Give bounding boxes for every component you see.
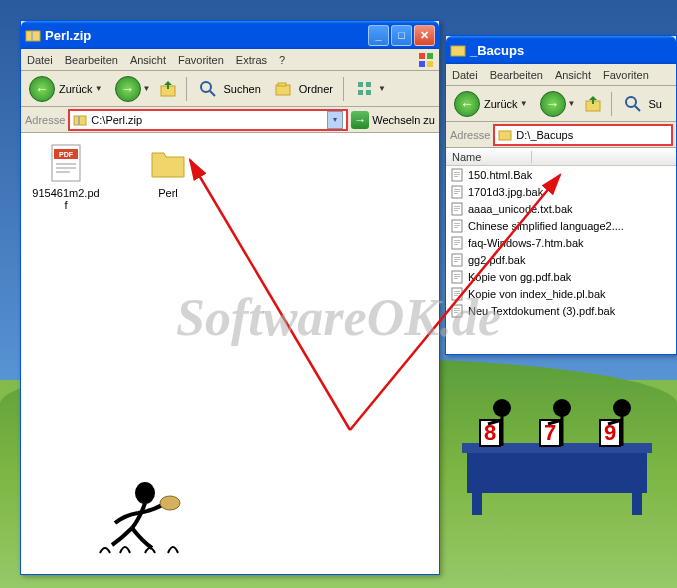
- content-pane[interactable]: Name 150.html.Bak1701d3.jpg.bakaaaa_unic…: [446, 148, 676, 354]
- up-folder-button[interactable]: [583, 93, 605, 115]
- menubar: Datei Bearbeiten Ansicht Favoriten: [446, 64, 676, 86]
- menubar: Datei Bearbeiten Ansicht Favoriten Extra…: [21, 49, 439, 71]
- address-input[interactable]: C:\Perl.zip ▾: [69, 110, 347, 130]
- menu-view[interactable]: Ansicht: [130, 54, 166, 66]
- list-item[interactable]: 150.html.Bak: [446, 166, 676, 183]
- toolbar: ← Zurück ▼ → ▼ Su: [446, 86, 676, 122]
- list-item[interactable]: Kopie von index_hide.pl.bak: [446, 285, 676, 302]
- views-button[interactable]: ▼: [350, 76, 390, 102]
- svg-rect-46: [454, 242, 460, 243]
- folders-icon: [273, 78, 295, 100]
- minimize-button[interactable]: _: [368, 25, 389, 46]
- go-arrow-icon: →: [351, 111, 369, 129]
- svg-rect-31: [454, 176, 458, 177]
- svg-rect-37: [454, 206, 460, 207]
- svg-rect-43: [454, 227, 458, 228]
- svg-rect-50: [454, 259, 460, 260]
- svg-rect-38: [454, 208, 460, 209]
- svg-rect-16: [78, 116, 80, 125]
- address-input[interactable]: D:\_Bacups: [494, 125, 672, 145]
- back-button[interactable]: ← Zurück ▼: [450, 89, 532, 119]
- svg-rect-13: [358, 90, 363, 95]
- svg-rect-63: [454, 312, 458, 313]
- svg-rect-22: [56, 171, 70, 173]
- pdf-icon: PDF: [46, 143, 86, 183]
- svg-rect-41: [454, 223, 460, 224]
- windows-logo-icon: [417, 51, 435, 69]
- address-dropdown[interactable]: ▾: [327, 111, 343, 129]
- file-item[interactable]: PDF 915461m2.pdf: [31, 143, 101, 211]
- up-folder-button[interactable]: [158, 78, 180, 100]
- toolbar: ← Zurück ▼ → ▼ Suchen Ordner ▼: [21, 71, 439, 107]
- window-title: _Bacups: [470, 43, 672, 58]
- menu-favorites[interactable]: Favoriten: [178, 54, 224, 66]
- list-item[interactable]: Neu Textdokument (3).pdf.bak: [446, 302, 676, 319]
- file-icon: [450, 185, 464, 199]
- svg-rect-29: [454, 172, 460, 173]
- content-pane[interactable]: PDF 915461m2.pdf Perl: [21, 133, 439, 574]
- window-title: Perl.zip: [45, 28, 366, 43]
- folder-icon: [450, 42, 466, 58]
- folders-button[interactable]: Ordner: [269, 76, 337, 102]
- file-name: faq-Windows-7.htm.bak: [468, 237, 584, 249]
- zipfolder-icon: [73, 113, 87, 127]
- menu-extras[interactable]: Extras: [236, 54, 267, 66]
- menu-file[interactable]: Datei: [27, 54, 53, 66]
- list-item[interactable]: aaaa_unicode.txt.bak: [446, 200, 676, 217]
- search-button[interactable]: Suchen: [193, 76, 264, 102]
- go-button[interactable]: → Wechseln zu: [351, 111, 435, 129]
- close-button[interactable]: ✕: [414, 25, 435, 46]
- file-name: Kopie von gg.pdf.bak: [468, 271, 571, 283]
- svg-rect-53: [454, 274, 460, 275]
- svg-rect-34: [454, 191, 460, 192]
- address-label: Adresse: [25, 114, 65, 126]
- svg-rect-5: [427, 61, 433, 67]
- svg-rect-51: [454, 261, 458, 262]
- svg-rect-59: [454, 295, 458, 296]
- svg-rect-61: [454, 308, 460, 309]
- svg-point-25: [626, 97, 636, 107]
- list-item[interactable]: faq-Windows-7.htm.bak: [446, 234, 676, 251]
- svg-rect-4: [419, 61, 425, 67]
- menu-help[interactable]: ?: [279, 54, 285, 66]
- svg-rect-1: [31, 31, 33, 41]
- addressbar: Adresse D:\_Bacups: [446, 122, 676, 148]
- svg-rect-47: [454, 244, 458, 245]
- zipfolder-icon: [25, 27, 41, 43]
- file-icon: [450, 253, 464, 267]
- menu-edit[interactable]: Bearbeiten: [65, 54, 118, 66]
- file-name: gg2.pdf.bak: [468, 254, 526, 266]
- svg-rect-21: [56, 167, 76, 169]
- column-header[interactable]: Name: [446, 148, 676, 166]
- titlebar[interactable]: Perl.zip _ □ ✕: [21, 21, 439, 49]
- file-item[interactable]: Perl: [133, 143, 203, 199]
- list-item[interactable]: 1701d3.jpg.bak: [446, 183, 676, 200]
- menu-favorites[interactable]: Favoriten: [603, 69, 649, 81]
- search-icon: [197, 78, 219, 100]
- svg-rect-20: [56, 163, 76, 165]
- search-button[interactable]: Su: [618, 91, 665, 117]
- svg-rect-14: [366, 90, 371, 95]
- back-button[interactable]: ← Zurück ▼: [25, 74, 107, 104]
- menu-view[interactable]: Ansicht: [555, 69, 591, 81]
- addressbar: Adresse C:\Perl.zip ▾ → Wechseln zu: [21, 107, 439, 133]
- list-item[interactable]: Chinese simplified language2....: [446, 217, 676, 234]
- svg-rect-30: [454, 174, 460, 175]
- titlebar[interactable]: _Bacups: [446, 36, 676, 64]
- chevron-down-icon: ▼: [520, 99, 528, 108]
- menu-file[interactable]: Datei: [452, 69, 478, 81]
- views-icon: [354, 78, 376, 100]
- menu-edit[interactable]: Bearbeiten: [490, 69, 543, 81]
- forward-button[interactable]: → ▼: [536, 89, 580, 119]
- file-icon: [450, 270, 464, 284]
- file-icon: [450, 287, 464, 301]
- list-item[interactable]: Kopie von gg.pdf.bak: [446, 268, 676, 285]
- svg-rect-57: [454, 291, 460, 292]
- forward-button[interactable]: → ▼: [111, 74, 155, 104]
- file-name: 150.html.Bak: [468, 169, 532, 181]
- file-icon: [450, 168, 464, 182]
- svg-rect-62: [454, 310, 460, 311]
- forward-arrow-icon: →: [115, 76, 141, 102]
- maximize-button[interactable]: □: [391, 25, 412, 46]
- list-item[interactable]: gg2.pdf.bak: [446, 251, 676, 268]
